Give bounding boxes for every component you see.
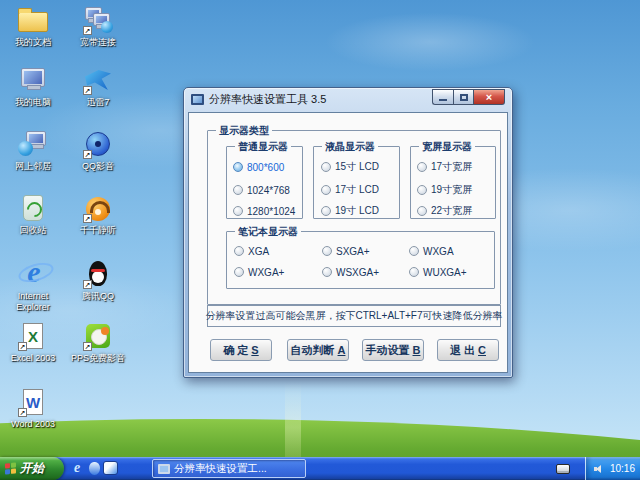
quicklaunch-mail-icon[interactable]	[102, 460, 118, 476]
desktop-icon-tencent-qq[interactable]: 腾讯QQ	[66, 258, 130, 302]
start-button[interactable]: 开始	[0, 457, 64, 480]
desktop-icon-label: 我的文档	[1, 37, 65, 48]
word-icon: W	[17, 386, 49, 418]
desktop-icon-label: 我的电脑	[1, 97, 65, 108]
radio-label: 1280*1024	[247, 206, 295, 217]
network-globe-icon	[17, 128, 49, 160]
desktop-icon-label: PPS免费影音	[66, 353, 130, 364]
quicklaunch-player-icon[interactable]	[86, 460, 102, 476]
radio-label: 800*600	[247, 162, 284, 173]
task-button-label: 分辨率快速设置工...	[174, 462, 267, 476]
button-mnemonic: A	[338, 344, 346, 356]
radio-icon	[321, 162, 331, 172]
radio-icon	[234, 246, 244, 256]
start-label: 开始	[20, 460, 44, 477]
taskbar-task-button[interactable]: 分辨率快速设置工...	[152, 459, 306, 478]
window-titlebar[interactable]: 分辨率快速设置工具 3.5 ×	[184, 88, 512, 111]
radio-wuxga-plus[interactable]: WUXGA+	[409, 266, 467, 278]
thunder-bird-icon	[82, 64, 114, 96]
radio-icon	[321, 206, 331, 216]
radio-icon	[233, 185, 243, 195]
desktop-icon-label: 腾讯QQ	[66, 291, 130, 302]
shortcut-arrow-icon	[83, 342, 92, 351]
ie-icon: e	[17, 258, 49, 290]
desktop-icon-qq-player[interactable]: QQ影音	[66, 128, 130, 172]
desktop-icon-recycle-bin[interactable]: 回收站	[1, 192, 65, 236]
radio-label: XGA	[248, 246, 269, 257]
radio-19-wide[interactable]: 19寸宽屏	[417, 184, 472, 196]
desktop-icon-network-places[interactable]: 网上邻居	[1, 128, 65, 172]
radio-icon	[233, 206, 243, 216]
radio-label: WXGA	[423, 246, 454, 257]
radio-sxga-plus[interactable]: SXGA+	[322, 245, 370, 257]
shortcut-arrow-icon	[83, 150, 92, 159]
desktop-icon-excel-2003[interactable]: X Excel 2003	[1, 320, 65, 364]
app-monitor-icon	[191, 94, 204, 105]
volume-icon[interactable]	[594, 464, 605, 474]
desktop-icon-label: 千千静听	[66, 225, 130, 236]
auto-detect-button[interactable]: 自动判断A	[287, 339, 349, 361]
radio-xga[interactable]: XGA	[234, 245, 269, 257]
input-method-keyboard-icon[interactable]	[556, 464, 570, 474]
desktop-icon-ttplayer[interactable]: 千千静听	[66, 192, 130, 236]
desktop-icon-label: 网上邻居	[1, 161, 65, 172]
radio-19-lcd[interactable]: 19寸 LCD	[321, 205, 379, 217]
headphones-icon	[82, 192, 114, 224]
button-mnemonic: B	[413, 344, 421, 356]
group-monitor-type: 显示器类型 普通显示器 800*600 1024*768 1280*1024	[207, 130, 501, 305]
radio-17-lcd[interactable]: 17寸 LCD	[321, 184, 379, 196]
exit-button[interactable]: 退 出C	[437, 339, 499, 361]
radio-17-wide[interactable]: 17寸宽屏	[417, 161, 472, 173]
shortcut-arrow-icon	[83, 214, 92, 223]
shortcut-arrow-icon	[18, 342, 27, 351]
group-title: 宽屏显示器	[419, 140, 475, 154]
maximize-button[interactable]	[453, 89, 474, 105]
recycle-bin-icon	[17, 192, 49, 224]
radio-icon	[409, 246, 419, 256]
window-title: 分辨率快速设置工具 3.5	[209, 92, 326, 107]
button-label: 确 定	[223, 343, 248, 358]
desktop-icon-broadband-connection[interactable]: 宽带连接	[66, 4, 130, 48]
desktop-icon-thunder7[interactable]: 迅雷7	[66, 64, 130, 108]
radio-icon	[234, 267, 244, 277]
radio-label: 22寸宽屏	[431, 204, 472, 218]
desktop-icon-label: Excel 2003	[1, 353, 65, 364]
radio-15-lcd[interactable]: 15寸 LCD	[321, 161, 379, 173]
group-title: 液晶显示器	[322, 140, 378, 154]
radio-1280x1024[interactable]: 1280*1024	[233, 205, 295, 217]
radio-22-wide[interactable]: 22寸宽屏	[417, 205, 472, 217]
desktop-icon-label: 宽带连接	[66, 37, 130, 48]
radio-label: SXGA+	[336, 246, 370, 257]
minimize-button[interactable]	[432, 89, 453, 105]
desktop-icon-internet-explorer[interactable]: e Internet Explorer	[1, 258, 65, 313]
taskbar-clock[interactable]: 10:16	[610, 463, 635, 474]
button-mnemonic: C	[478, 344, 486, 356]
window-client-area: 显示器类型 普通显示器 800*600 1024*768 1280*1024	[188, 112, 508, 373]
windows-logo-icon	[5, 462, 16, 474]
desktop-icon-my-computer[interactable]: 我的电脑	[1, 64, 65, 108]
radio-wxga[interactable]: WXGA	[409, 245, 454, 257]
system-tray: 10:16	[585, 457, 640, 480]
film-reel-icon	[82, 128, 114, 160]
quicklaunch-ie-icon[interactable]: e	[69, 460, 85, 476]
radio-800x600[interactable]: 800*600	[233, 161, 284, 173]
radio-wxga-plus[interactable]: WXGA+	[234, 266, 284, 278]
manual-settings-button[interactable]: 手动设置B	[362, 339, 424, 361]
radio-1024x768[interactable]: 1024*768	[233, 184, 290, 196]
ok-button[interactable]: 确 定S	[210, 339, 272, 361]
penguin-icon	[82, 258, 114, 290]
radio-label: 17寸宽屏	[431, 160, 472, 174]
button-label: 手动设置	[366, 343, 410, 358]
radio-icon	[417, 162, 427, 172]
radio-label: 1024*768	[247, 185, 290, 196]
radio-icon	[322, 267, 332, 277]
desktop-icon-pps-video[interactable]: PPS免费影音	[66, 320, 130, 364]
desktop-icon-word-2003[interactable]: W Word 2003	[1, 386, 65, 430]
group-title: 笔记本显示器	[235, 225, 301, 239]
radio-label: 15寸 LCD	[335, 160, 379, 174]
close-button[interactable]: ×	[474, 89, 505, 105]
radio-label: 17寸 LCD	[335, 183, 379, 197]
group-normal-monitor: 普通显示器 800*600 1024*768 1280*1024	[226, 146, 303, 219]
desktop-icon-my-documents[interactable]: 我的文档	[1, 4, 65, 48]
radio-wsxga-plus[interactable]: WSXGA+	[322, 266, 379, 278]
